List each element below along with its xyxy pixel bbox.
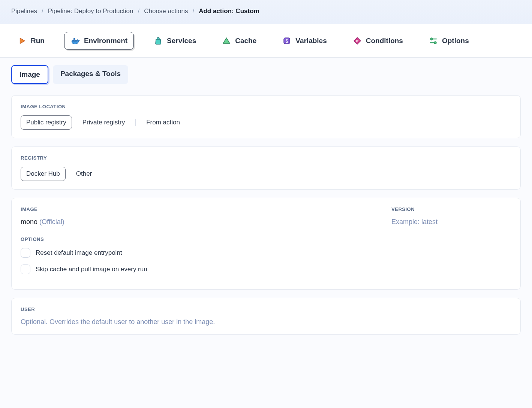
user-input[interactable]: Optional. Overrides the default user to … (21, 318, 511, 326)
breadcrumb: Pipelines / Pipeline: Deploy to Producti… (11, 7, 521, 15)
docker-icon (70, 36, 80, 46)
image-location-label: Image Location (21, 104, 511, 109)
image-value: mono (21, 218, 37, 226)
header: Pipelines / Pipeline: Deploy to Producti… (0, 0, 532, 24)
version-input[interactable]: Example: latest (391, 218, 511, 226)
image-location-options: Public registry Private registry From ac… (21, 115, 511, 130)
image-official-badge: (Official) (39, 218, 64, 226)
triangle-icon (222, 36, 231, 46)
main-tabs: Run Environment Services Cache $ Variabl… (0, 24, 532, 58)
svg-text:IF: IF (356, 39, 358, 43)
options-label: Options (21, 236, 511, 242)
tab-label: Options (442, 37, 469, 45)
card-image: Image mono (Official) Version Example: l… (11, 198, 521, 290)
option-other[interactable]: Other (71, 167, 97, 181)
image-label: Image (21, 206, 369, 212)
tab-variables[interactable]: $ Variables (276, 32, 333, 49)
breadcrumb-choose-actions[interactable]: Choose actions (144, 7, 188, 15)
tab-label: Conditions (366, 37, 403, 45)
registry-options: Docker Hub Other (21, 167, 511, 181)
svg-point-3 (430, 38, 432, 40)
tab-label: Services (167, 37, 196, 45)
tab-label: Variables (295, 37, 327, 45)
tab-conditions[interactable]: IF Conditions (346, 32, 409, 49)
diamond-icon: IF (352, 36, 362, 46)
option-from-action[interactable]: From action (141, 116, 185, 129)
subtab-image[interactable]: Image (11, 65, 48, 84)
tab-run[interactable]: Run (11, 32, 51, 49)
breadcrumb-sep: / (42, 7, 43, 15)
card-user: User Optional. Overrides the default use… (11, 298, 521, 335)
svg-text:$: $ (286, 38, 289, 44)
content: Image Packages & Tools Image Location Pu… (0, 58, 532, 358)
breadcrumb-pipelines[interactable]: Pipelines (11, 7, 37, 15)
option-label: Reset default image entrypoint (36, 249, 122, 257)
option-public-registry[interactable]: Public registry (21, 115, 72, 130)
breadcrumb-pipeline[interactable]: Pipeline: Deploy to Production (48, 7, 133, 15)
option-reset-entrypoint: Reset default image entrypoint (21, 248, 511, 258)
image-input[interactable]: mono (Official) (21, 218, 369, 226)
card-registry: Registry Docker Hub Other (11, 146, 521, 190)
bag-icon (153, 36, 163, 46)
tab-label: Cache (235, 37, 256, 45)
breadcrumb-current: Add action: Custom (199, 7, 259, 15)
tab-label: Run (31, 37, 45, 45)
sub-tabs: Image Packages & Tools (11, 65, 521, 84)
tab-environment[interactable]: Environment (64, 32, 134, 50)
svg-point-5 (434, 42, 436, 43)
sliders-icon (429, 36, 438, 46)
option-docker-hub[interactable]: Docker Hub (21, 167, 66, 181)
user-label: User (21, 306, 511, 312)
checkbox-skip-cache[interactable] (21, 265, 30, 274)
option-label: Skip cache and pull image on every run (36, 266, 147, 273)
tab-services[interactable]: Services (147, 32, 202, 49)
option-private-registry[interactable]: Private registry (77, 116, 130, 129)
play-icon (17, 36, 27, 46)
breadcrumb-sep: / (192, 7, 194, 15)
subtab-packages[interactable]: Packages & Tools (53, 65, 128, 84)
registry-label: Registry (21, 155, 511, 161)
tab-label: Environment (84, 37, 127, 45)
version-label: Version (391, 206, 511, 212)
tab-cache[interactable]: Cache (216, 32, 262, 49)
card-image-location: Image Location Public registry Private r… (11, 95, 521, 138)
checkbox-reset-entrypoint[interactable] (21, 248, 30, 258)
breadcrumb-sep: / (138, 7, 139, 15)
tab-options[interactable]: Options (423, 32, 475, 49)
option-skip-cache: Skip cache and pull image on every run (21, 265, 511, 274)
dollar-icon: $ (282, 36, 292, 46)
pill-separator (135, 119, 136, 126)
